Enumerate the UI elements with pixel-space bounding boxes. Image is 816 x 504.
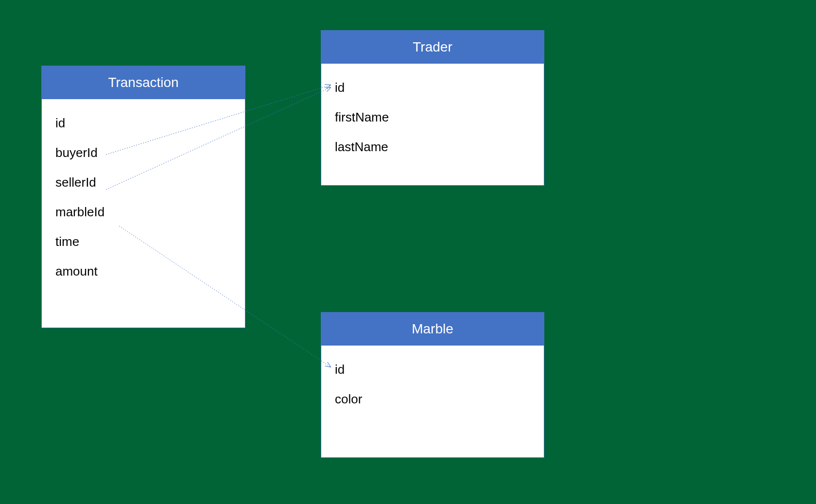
field-transaction-amount: amount <box>55 264 231 279</box>
entity-trader-header: Trader <box>321 31 544 64</box>
entity-transaction-body: id buyerId sellerId marbleId time amount <box>42 99 245 308</box>
entity-transaction: Transaction id buyerId sellerId marbleId… <box>41 66 245 328</box>
entity-marble-header: Marble <box>321 313 544 346</box>
entity-trader: Trader id firstName lastName <box>321 30 544 186</box>
field-transaction-marbleId: marbleId <box>55 205 231 220</box>
field-trader-lastName: lastName <box>335 139 530 155</box>
entity-trader-body: id firstName lastName <box>321 64 544 184</box>
field-transaction-sellerId: sellerId <box>55 175 231 190</box>
field-marble-color: color <box>335 392 530 407</box>
field-transaction-time: time <box>55 234 231 249</box>
field-marble-id: id <box>335 362 530 377</box>
entity-marble: Marble id color <box>321 312 544 458</box>
field-trader-id: id <box>335 80 530 95</box>
field-transaction-buyerId: buyerId <box>55 145 231 160</box>
entity-transaction-header: Transaction <box>42 66 245 99</box>
entity-marble-body: id color <box>321 346 544 436</box>
field-trader-firstName: firstName <box>335 110 530 125</box>
field-transaction-id: id <box>55 116 231 131</box>
